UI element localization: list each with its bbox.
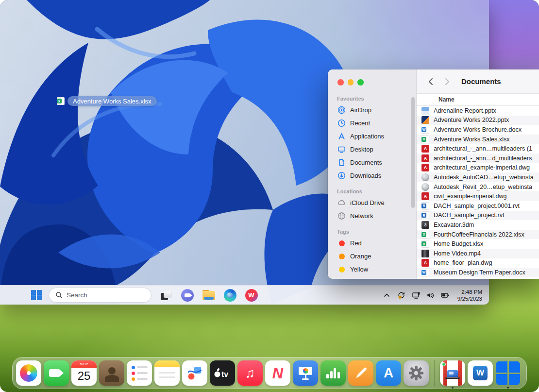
dock-item-freeform[interactable] xyxy=(182,358,207,388)
tag-dot-icon xyxy=(337,240,346,246)
file-row-home-floor-plan-dwg[interactable]: Ahome_floor_plan.dwg xyxy=(417,258,539,268)
sidebar-item-recent[interactable]: Recent xyxy=(328,117,416,130)
file-row-architectural-ann-d-multileaders[interactable]: Aarchitectural_-_ann…d_multileaders xyxy=(417,153,539,163)
windows-start-icon xyxy=(31,290,42,301)
sidebar-item-airdrop[interactable]: AirDrop xyxy=(328,103,416,117)
dock-item-photos[interactable] xyxy=(16,358,41,388)
sidebar-item-desktop[interactable]: Desktop xyxy=(328,143,416,156)
dwg-file-icon: A xyxy=(421,164,429,171)
sidebar-item-label: Network xyxy=(350,212,373,220)
start-button[interactable] xyxy=(28,287,45,304)
dock-item-apple-tv[interactable]: tv xyxy=(210,358,235,388)
sidebar-item-yellow[interactable]: Yellow xyxy=(328,263,416,276)
sidebar-item-label: Yellow xyxy=(350,266,368,273)
dock-item-system-settings[interactable] xyxy=(404,358,429,388)
finder-toolbar: Documents xyxy=(417,69,539,94)
file-row-fourthcoffeefinancials-2022-xlsx[interactable]: XFourthCoffeeFinancials 2022.xlsx xyxy=(417,230,539,239)
dock-separator xyxy=(434,360,435,386)
taskbar-clock[interactable]: 2:48 PM 9/25/2023 xyxy=(457,289,484,302)
excel-file-icon: X xyxy=(421,136,429,143)
dock-item-pages[interactable] xyxy=(348,358,373,388)
back-button[interactable] xyxy=(424,75,438,88)
dock-item-keynote[interactable] xyxy=(293,358,318,388)
dock-item-contacts[interactable] xyxy=(99,358,124,388)
file-row-adventure-works-sales-xlsx[interactable]: XAdventure Works Sales.xlsx xyxy=(417,135,539,144)
airdrop-icon xyxy=(337,106,346,114)
taskbar-wps-office-icon[interactable]: W xyxy=(243,287,260,304)
dock-item-facetime[interactable] xyxy=(44,358,69,388)
file-row-autodesk-revit-20-etup-webinsta[interactable]: Autodesk_Revit_20…etup_webinsta xyxy=(417,182,539,192)
update-sync-icon[interactable] xyxy=(395,288,408,303)
file-name: Adventure Works 2022.pptx xyxy=(434,117,509,123)
dwg-file-icon: A xyxy=(421,145,429,153)
file-row-adrenaline-report-pptx[interactable]: Adrenaline Report.pptx xyxy=(417,106,539,116)
file-name: FourthCoffeeFinancials 2022.xlsx xyxy=(434,231,524,238)
dock-item-parallels-desktop[interactable] xyxy=(440,358,465,388)
window-title: Documents xyxy=(461,77,501,85)
file-row-adventure-works-2022-pptx[interactable]: Adventure Works 2022.pptx xyxy=(417,116,539,125)
network-display-icon[interactable] xyxy=(410,288,422,303)
file-list: Adrenaline Report.pptxAdventure Works 20… xyxy=(417,106,539,279)
file-row-autodesk-autocad-etup-webinsta[interactable]: Autodesk_AutoCAD…etup_webinsta xyxy=(417,172,539,182)
file-explorer-icon xyxy=(202,290,215,300)
dock-item-numbers[interactable] xyxy=(320,358,346,388)
file-row-excavator-3dm[interactable]: 3Excavator.3dm xyxy=(417,220,539,230)
excel-file-icon: X xyxy=(421,231,429,239)
microsoft-word-icon: W xyxy=(468,360,493,386)
freeform-icon xyxy=(182,360,207,386)
windows-taskbar: Search W 2:48 PM 9/25/2023 xyxy=(0,285,489,305)
taskbar-search-input[interactable]: Search xyxy=(49,288,152,303)
sidebar-item-applications[interactable]: Applications xyxy=(328,130,416,143)
volume-icon[interactable] xyxy=(424,288,437,303)
taskbar-chat-icon[interactable] xyxy=(179,287,196,304)
dock-item-windows-11[interactable] xyxy=(495,358,521,388)
sidebar-item-label: Orange xyxy=(350,253,371,260)
dock-item-music[interactable]: ♫ xyxy=(237,358,263,388)
forward-button[interactable] xyxy=(440,75,454,88)
sidebar-item-label: Documents xyxy=(350,159,382,166)
sidebar-item-documents[interactable]: Documents xyxy=(328,156,416,169)
file-row-architectural-example-imperial-dwg[interactable]: Aarchitectural_example-imperial.dwg xyxy=(417,163,539,173)
file-row-museum-design-term-paper-docx[interactable]: WMuseum Design Term Paper.docx xyxy=(417,268,539,277)
minimize-button[interactable] xyxy=(348,79,354,85)
dock-item-app-store[interactable]: A xyxy=(376,358,401,388)
file-row-adventure-works-brochure-docx[interactable]: WAdventure Works Brochure.docx xyxy=(417,125,539,135)
taskbar-edge-icon[interactable] xyxy=(221,287,238,304)
dock-item-reminders[interactable] xyxy=(127,358,152,388)
file-name: Adventure Works Brochure.docx xyxy=(434,126,522,133)
excel-file-icon: X xyxy=(57,97,65,105)
sidebar-item-network[interactable]: Network xyxy=(328,209,416,222)
zoom-button[interactable] xyxy=(357,79,364,85)
screenshot-canvas: Search W 2:48 PM 9/25/2023 X Adventure W… xyxy=(0,0,539,392)
sidebar-item-downloads[interactable]: Downloads xyxy=(328,169,416,182)
sidebar-item-icloud-drive[interactable]: iCloud Drive xyxy=(328,196,416,209)
download-icon xyxy=(337,171,346,180)
file-row-dach-sample-project-0001-rvt[interactable]: RDACH_sample_project.0001.rvt xyxy=(417,201,539,211)
file-row-architectural-ann-multileaders-1[interactable]: Aarchitectural_-_ann…multileaders (1 xyxy=(417,144,539,153)
file-name: architectural_-_ann…multileaders (1 xyxy=(434,145,532,152)
taskbar-task-view-icon[interactable] xyxy=(157,287,174,304)
dock-item-news[interactable]: N xyxy=(265,358,290,388)
keynote-icon xyxy=(293,360,318,386)
dock-item-notes[interactable] xyxy=(154,358,180,388)
hidden-icons-chevron[interactable] xyxy=(381,288,393,303)
file-name: Autodesk_Revit_20…etup_webinsta xyxy=(434,184,532,190)
taskbar-file-explorer-icon[interactable] xyxy=(200,287,217,304)
file-row-home-video-mp4[interactable]: Home Video.mp4 xyxy=(417,249,539,258)
file-name: DACH_sample_project.rvt xyxy=(434,212,505,219)
drag-chip-label: Adventure Works Sales.xlsx xyxy=(67,96,157,106)
dock-item-microsoft-word[interactable]: W xyxy=(468,358,493,388)
file-row-home-budget-xlsx[interactable]: XHome Budget.xlsx xyxy=(417,239,539,249)
file-row-dach-sample-project-rvt[interactable]: RDACH_sample_project.rvt xyxy=(417,211,539,221)
close-button[interactable] xyxy=(337,79,344,85)
dwg-file-icon: A xyxy=(421,259,429,267)
column-header-name[interactable]: Name xyxy=(417,94,539,106)
sidebar-item-orange[interactable]: Orange xyxy=(328,250,416,263)
pptx-thumbnail-sunset xyxy=(421,116,429,124)
sidebar-scrollbar[interactable] xyxy=(411,97,415,208)
dock-item-calendar[interactable]: SEP25 xyxy=(71,358,97,388)
file-row-civil-example-imperial-dwg[interactable]: Acivil_example-imperial.dwg xyxy=(417,191,539,201)
battery-icon[interactable] xyxy=(439,288,452,303)
sidebar-item-red[interactable]: Red xyxy=(328,237,416,250)
drag-ghost-chip[interactable]: X Adventure Works Sales.xlsx xyxy=(57,96,157,106)
